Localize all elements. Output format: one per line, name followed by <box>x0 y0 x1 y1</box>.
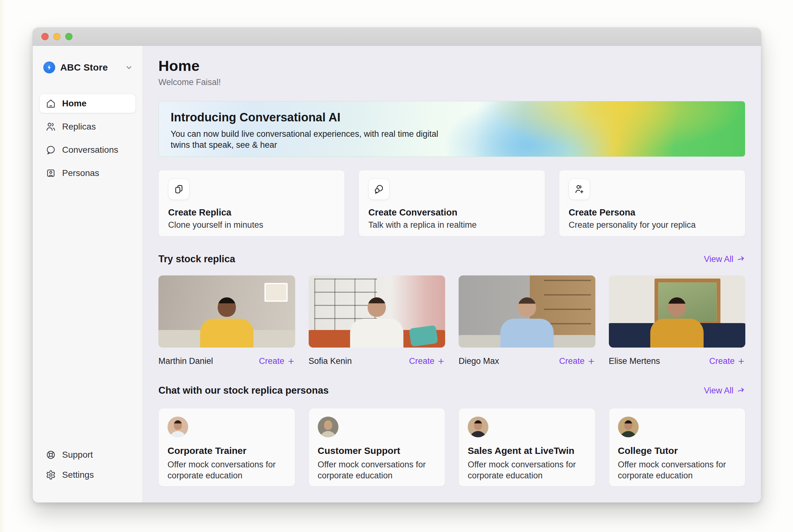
workspace-switcher[interactable]: ABC Store <box>39 61 135 73</box>
gear-icon <box>46 470 56 480</box>
sidebar-item-home[interactable]: Home <box>39 94 135 113</box>
persona-avatar <box>468 417 488 437</box>
persona-description: Offer mock conversations for corporate e… <box>618 459 737 481</box>
card-title: Create Conversation <box>368 207 535 218</box>
titlebar <box>33 27 761 46</box>
zoom-button[interactable] <box>65 33 73 40</box>
personas-section-header: Chat with our stock replica personas Vie… <box>158 385 745 396</box>
view-all-label: View All <box>704 254 733 264</box>
create-label: Create <box>559 356 584 366</box>
create-replica-diego-button[interactable]: Create <box>559 356 595 366</box>
close-button[interactable] <box>41 33 49 40</box>
banner-body: You can now build live conversational ex… <box>171 129 459 150</box>
sidebar-item-settings[interactable]: Settings <box>39 466 135 484</box>
chat-bubble-icon <box>46 145 56 155</box>
plus-icon <box>587 357 596 365</box>
clone-icon <box>168 178 189 200</box>
card-description: Clone yourself in minutes <box>168 220 335 230</box>
sidebar-item-conversations[interactable]: Conversations <box>39 140 135 159</box>
sidebar: ABC Store Home Replicas Conversations <box>33 46 143 502</box>
persona-card-corporate-trainer[interactable]: Corporate Trainer Offer mock conversatio… <box>158 408 295 487</box>
persona-avatar <box>168 417 188 437</box>
stock-replica-grid: Marthin Daniel Create Sofia Kenin <box>158 276 745 366</box>
persona-description: Offer mock conversations for corporate e… <box>318 459 436 481</box>
users-icon <box>46 122 56 132</box>
sidebar-item-label: Home <box>62 98 87 109</box>
persona-description: Offer mock conversations for corporate e… <box>168 459 286 481</box>
section-title: Chat with our stock replica personas <box>158 385 329 396</box>
quick-actions: Create Replica Clone yourself in minutes… <box>158 170 745 236</box>
arrow-right-icon <box>737 386 745 395</box>
plus-icon <box>737 357 745 365</box>
replica-photo-marthin[interactable] <box>158 276 295 347</box>
replica-card: Elise Mertens Create <box>609 276 745 366</box>
create-replica-sofia-button[interactable]: Create <box>409 356 445 366</box>
arrow-right-icon <box>737 255 745 264</box>
replica-photo-elise[interactable] <box>609 276 745 347</box>
replica-name: Elise Mertens <box>609 356 660 366</box>
page-title: Home <box>158 57 745 74</box>
user-plus-icon <box>569 178 590 200</box>
workspace-name: ABC Store <box>60 62 120 73</box>
replica-name: Sofia Kenin <box>309 356 352 366</box>
sidebar-footer: Support Settings <box>39 446 135 484</box>
view-all-personas-link[interactable]: View All <box>704 386 745 396</box>
persona-grid: Corporate Trainer Offer mock conversatio… <box>158 408 745 487</box>
plus-icon <box>287 357 295 365</box>
card-title: Create Replica <box>168 207 335 218</box>
persona-description: Offer mock conversations for corporate e… <box>468 459 586 481</box>
banner-title: Introducing Conversational AI <box>171 111 733 124</box>
view-all-label: View All <box>704 386 733 396</box>
lifebuoy-icon <box>46 450 56 460</box>
create-replica-elise-button[interactable]: Create <box>709 356 745 366</box>
sidebar-item-support[interactable]: Support <box>39 446 135 463</box>
create-replica-card[interactable]: Create Replica Clone yourself in minutes <box>158 170 345 236</box>
create-label: Create <box>409 356 434 366</box>
persona-card-customer-support[interactable]: Customer Support Offer mock conversation… <box>309 408 446 487</box>
create-label: Create <box>709 356 735 366</box>
card-description: Talk with a replica in realtime <box>368 220 535 230</box>
card-title: Create Persona <box>569 207 736 218</box>
main-content: Home Welcome Faisal! Introducing Convers… <box>143 46 761 502</box>
create-replica-marthin-button[interactable]: Create <box>259 356 295 366</box>
sidebar-item-label: Settings <box>62 470 94 480</box>
replica-card: Marthin Daniel Create <box>158 276 295 366</box>
persona-card-college-tutor[interactable]: College Tutor Offer mock conversations f… <box>609 408 745 487</box>
persona-avatar <box>318 417 338 437</box>
card-description: Create personality for your replica <box>569 220 736 230</box>
plus-icon <box>437 357 445 365</box>
chat-bubbles-icon <box>368 178 390 200</box>
replica-name: Marthin Daniel <box>158 356 213 366</box>
app-window: ABC Store Home Replicas Conversations <box>33 27 761 502</box>
create-conversation-card[interactable]: Create Conversation Talk with a replica … <box>359 170 545 236</box>
sidebar-item-label: Support <box>62 450 93 460</box>
sidebar-item-label: Replicas <box>62 122 96 132</box>
replica-photo-sofia[interactable] <box>309 276 446 347</box>
sidebar-item-replicas[interactable]: Replicas <box>39 117 135 136</box>
announcement-banner: Introducing Conversational AI You can no… <box>158 101 745 157</box>
create-persona-card[interactable]: Create Persona Create personality for yo… <box>559 170 745 236</box>
view-all-replicas-link[interactable]: View All <box>704 254 745 264</box>
create-label: Create <box>259 356 284 366</box>
sidebar-item-personas[interactable]: Personas <box>39 164 135 183</box>
persona-title: Customer Support <box>318 445 436 456</box>
section-title: Try stock replica <box>158 253 235 265</box>
persona-card-sales-agent[interactable]: Sales Agent at LiveTwin Offer mock conve… <box>459 408 596 487</box>
contact-card-icon <box>46 168 56 178</box>
replica-photo-diego[interactable] <box>459 276 596 347</box>
sidebar-nav: Home Replicas Conversations Personas <box>39 94 135 183</box>
replica-card: Sofia Kenin Create <box>309 276 446 366</box>
sidebar-item-label: Conversations <box>62 145 118 155</box>
stock-replica-section-header: Try stock replica View All <box>158 253 745 265</box>
minimize-button[interactable] <box>53 33 60 40</box>
persona-title: College Tutor <box>618 445 737 456</box>
home-icon <box>46 98 56 109</box>
persona-avatar <box>618 417 639 437</box>
welcome-message: Welcome Faisal! <box>158 77 745 87</box>
persona-title: Corporate Trainer <box>168 445 286 456</box>
persona-title: Sales Agent at LiveTwin <box>468 445 586 456</box>
replica-card: Diego Max Create <box>459 276 596 366</box>
workspace-logo-lightning-icon <box>43 61 55 73</box>
sidebar-item-label: Personas <box>62 168 99 178</box>
chevron-down-icon <box>125 63 133 72</box>
